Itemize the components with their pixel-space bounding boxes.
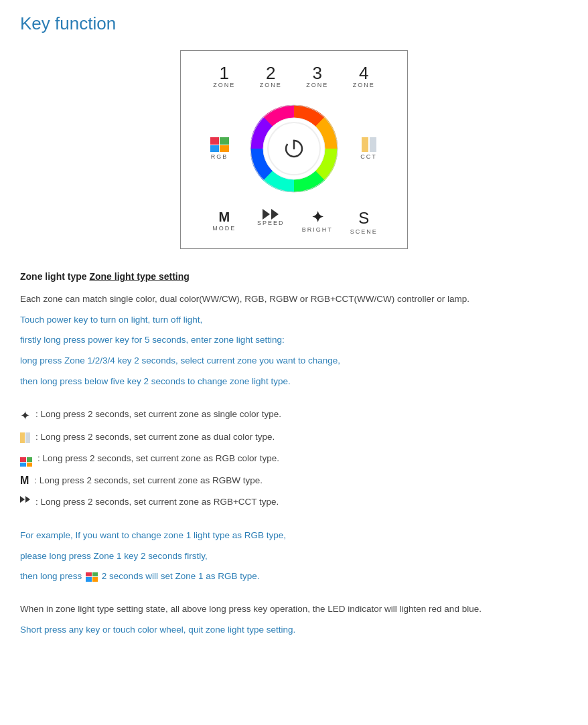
paragraph-2-line4: then long press below five key 2 seconds… xyxy=(20,374,568,390)
zone-2-number: 2 xyxy=(266,64,275,82)
zone-1-label: ZONE xyxy=(213,82,235,88)
zone-key-4: 4 ZONE xyxy=(344,64,384,88)
zone-4-number: 4 xyxy=(359,64,368,82)
cct-label: CCT xyxy=(360,153,377,160)
rgb-description: : Long press 2 seconds, set current zone… xyxy=(20,451,568,467)
zone-4-label: ZONE xyxy=(353,82,375,88)
mode-description: M : Long press 2 seconds, set current zo… xyxy=(20,473,568,488)
section-title: Zone light type Zone light type setting xyxy=(20,269,568,285)
footer-line1: When in zone light type setting state, a… xyxy=(20,602,568,617)
cct-icon xyxy=(362,137,376,152)
bright-key: ✦ BRIGHT xyxy=(297,209,338,235)
power-button xyxy=(267,122,321,175)
rgb-desc-text: : Long press 2 seconds, set current zone… xyxy=(38,451,279,466)
speed-label: SPEED xyxy=(257,220,285,226)
mode-icon-desc: M xyxy=(20,475,29,487)
paragraph-2-line3: long press Zone 1/2/3/4 key 2 seconds, s… xyxy=(20,353,568,369)
paragraph-1: Each zone can match single color, dual c… xyxy=(20,292,568,307)
zone-key-2: 2 ZONE xyxy=(250,64,291,88)
scene-label: SCENE xyxy=(350,228,378,235)
speed-icon-desc xyxy=(20,496,30,503)
cct-key: CCT xyxy=(350,137,387,160)
bright-description: ✦ : Long press 2 seconds, set current zo… xyxy=(20,407,568,423)
bright-icon-desc: ✦ xyxy=(20,408,30,423)
middle-row: RGB xyxy=(201,95,387,202)
speed-description: : Long press 2 seconds, set current zone… xyxy=(20,495,568,509)
cct-desc-text: : Long press 2 seconds, set current zone… xyxy=(35,430,275,445)
speed-desc-text: : Long press 2 seconds, set current zone… xyxy=(35,495,279,509)
zone-1-number: 1 xyxy=(220,64,229,82)
mode-label: MODE xyxy=(212,225,236,232)
bright-desc-text: : Long press 2 seconds, set current zone… xyxy=(35,407,281,422)
footer-line2: Short press any key or touch color wheel… xyxy=(20,623,568,638)
rgb-label: RGB xyxy=(211,153,228,160)
zone-3-label: ZONE xyxy=(306,82,328,88)
zone-3-number: 3 xyxy=(313,64,322,82)
bottom-row: M MODE SPEED ✦ BRIGHT S SCENE xyxy=(201,209,387,235)
example-line1: For example, If you want to change zone … xyxy=(20,528,568,544)
cct-description: : Long press 2 seconds, set current zone… xyxy=(20,430,568,445)
zone-2-label: ZONE xyxy=(260,82,282,88)
zone-key-3: 3 ZONE xyxy=(297,64,338,88)
rgb-icon xyxy=(210,137,229,152)
page-title: Key function xyxy=(20,13,568,34)
mode-symbol: M xyxy=(218,209,230,225)
paragraph-2-line2: firstly long press power key for 5 secon… xyxy=(20,333,568,348)
speed-key: SPEED xyxy=(250,209,291,235)
inline-rgb-icon xyxy=(86,572,98,582)
paragraph-2-line1: Touch power key to turn on light, turn o… xyxy=(20,313,568,328)
mode-key: M MODE xyxy=(204,209,244,235)
zone-key-1: 1 ZONE xyxy=(204,64,244,88)
controller-diagram: 1 ZONE 2 ZONE 3 ZONE 4 ZONE xyxy=(20,50,568,249)
bright-label: BRIGHT xyxy=(302,226,333,233)
power-icon xyxy=(282,137,306,161)
rgb-key: RGB xyxy=(201,137,238,160)
scene-symbol: S xyxy=(358,209,369,228)
controller-box: 1 ZONE 2 ZONE 3 ZONE 4 ZONE xyxy=(180,50,408,249)
speed-symbol xyxy=(263,209,279,220)
cct-icon-desc xyxy=(20,431,30,443)
example-line2: please long press Zone 1 key 2 seconds f… xyxy=(20,549,568,564)
rgb-icon-desc xyxy=(20,453,32,467)
color-wheel xyxy=(240,95,348,202)
example-line3: then long press 2 seconds will set Zone … xyxy=(20,569,568,584)
bright-symbol: ✦ xyxy=(311,209,323,226)
mode-desc-text: : Long press 2 seconds, set current zone… xyxy=(34,473,263,488)
scene-key: S SCENE xyxy=(344,209,384,235)
zone-row: 1 ZONE 2 ZONE 3 ZONE 4 ZONE xyxy=(201,64,387,88)
